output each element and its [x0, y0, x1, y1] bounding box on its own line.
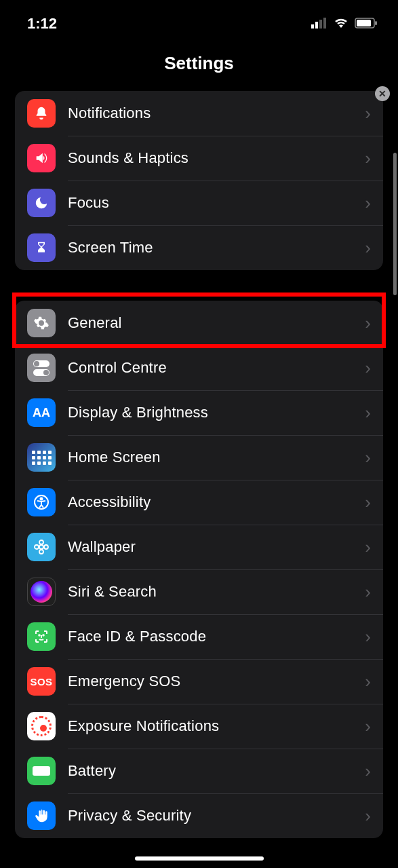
switch-icon [27, 354, 56, 382]
svg-point-10 [39, 540, 43, 544]
row-faceid[interactable]: Face ID & Passcode › [15, 614, 383, 659]
row-label: Emergency SOS [68, 673, 365, 690]
row-sos[interactable]: SOS Emergency SOS › [15, 659, 383, 704]
chevron-right-icon: › [365, 671, 371, 692]
row-exposure[interactable]: Exposure Notifications › [15, 704, 383, 749]
exposure-icon [27, 712, 56, 740]
row-screentime[interactable]: Screen Time › [15, 225, 383, 270]
settings-group-1: Notifications › Sounds & Haptics › Focus… [15, 91, 383, 270]
svg-point-9 [39, 545, 43, 549]
svg-rect-1 [315, 22, 318, 29]
status-time: 1:12 [27, 15, 57, 33]
speaker-icon [27, 144, 56, 172]
gear-icon [27, 309, 56, 337]
chevron-right-icon: › [365, 492, 371, 513]
row-label: Privacy & Security [68, 807, 365, 825]
row-label: Battery [68, 762, 365, 780]
hourglass-icon [27, 233, 56, 262]
chevron-right-icon: › [365, 238, 371, 259]
page-title: Settings [0, 39, 398, 91]
row-label: Sounds & Haptics [68, 149, 365, 167]
row-battery[interactable]: Battery › [15, 749, 383, 793]
row-label: Screen Time [68, 239, 365, 257]
cellular-icon [311, 15, 327, 33]
text-size-icon: AA [27, 398, 56, 427]
row-label: Control Centre [68, 359, 365, 377]
moon-icon [27, 189, 56, 217]
svg-point-14 [39, 635, 40, 636]
chevron-right-icon: › [365, 626, 371, 647]
chevron-right-icon: › [365, 806, 371, 827]
svg-point-13 [44, 545, 48, 549]
hand-icon [27, 801, 56, 830]
svg-rect-5 [357, 20, 371, 26]
accessibility-icon [27, 488, 56, 516]
status-bar: 1:12 [0, 0, 398, 39]
row-focus[interactable]: Focus › [15, 181, 383, 225]
row-notifications[interactable]: Notifications › [15, 91, 383, 136]
row-label: Display & Brightness [68, 404, 365, 421]
row-accessibility[interactable]: Accessibility › [15, 480, 383, 525]
row-siri[interactable]: Siri & Search › [15, 569, 383, 614]
chevron-right-icon: › [365, 716, 371, 737]
faceid-icon [27, 622, 56, 651]
row-label: Exposure Notifications [68, 717, 365, 735]
row-label: Siri & Search [68, 583, 365, 601]
svg-rect-2 [319, 20, 322, 29]
sos-icon: SOS [27, 667, 56, 696]
row-home-screen[interactable]: Home Screen › [15, 435, 383, 480]
chevron-right-icon: › [365, 313, 371, 334]
row-display[interactable]: AA Display & Brightness › [15, 390, 383, 435]
siri-icon [27, 578, 56, 606]
app-grid-icon [27, 443, 56, 472]
wifi-icon [333, 15, 349, 33]
row-wallpaper[interactable]: Wallpaper › [15, 525, 383, 569]
chevron-right-icon: › [365, 148, 371, 169]
row-privacy[interactable]: Privacy & Security › [15, 793, 383, 838]
row-label: Notifications [68, 105, 365, 122]
svg-point-8 [41, 498, 43, 500]
svg-rect-0 [311, 24, 314, 29]
row-general[interactable]: General › [15, 301, 383, 345]
svg-rect-3 [323, 18, 326, 29]
row-control-centre[interactable]: Control Centre › [15, 345, 383, 390]
svg-point-12 [35, 545, 39, 549]
svg-point-15 [43, 635, 44, 636]
chevron-right-icon: › [365, 761, 371, 782]
battery-row-icon [27, 757, 56, 785]
row-label: Wallpaper [68, 538, 365, 556]
flower-icon [27, 533, 56, 561]
chevron-right-icon: › [365, 582, 371, 603]
status-indicators [311, 15, 378, 33]
chevron-right-icon: › [365, 193, 371, 214]
battery-icon [355, 15, 378, 33]
row-sounds[interactable]: Sounds & Haptics › [15, 136, 383, 181]
chevron-right-icon: › [365, 447, 371, 468]
chevron-right-icon: › [365, 103, 371, 124]
row-label: Home Screen [68, 449, 365, 466]
home-indicator[interactable] [135, 856, 264, 861]
row-label: General [68, 314, 365, 332]
settings-group-2: General › Control Centre › AA Display & … [15, 301, 383, 838]
row-label: Face ID & Passcode [68, 628, 365, 645]
svg-point-11 [39, 550, 43, 554]
row-label: Accessibility [68, 493, 365, 511]
chevron-right-icon: › [365, 402, 371, 423]
chevron-right-icon: › [365, 537, 371, 558]
scroll-indicator [393, 153, 397, 295]
svg-rect-6 [375, 21, 377, 25]
chevron-right-icon: › [365, 358, 371, 379]
bell-icon [27, 99, 56, 128]
row-label: Focus [68, 194, 365, 212]
